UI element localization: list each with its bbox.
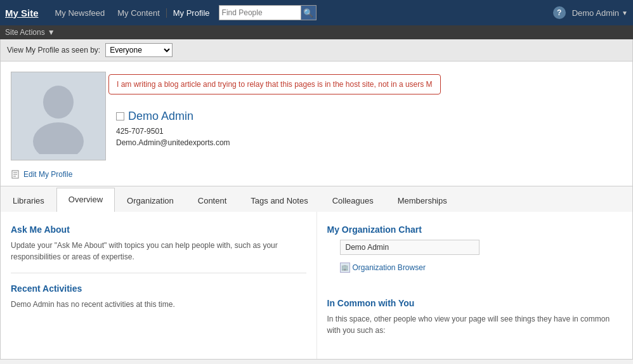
org-browser-label: Organization Browser (353, 263, 426, 272)
profile-name-row: Demo Admin (116, 110, 622, 123)
org-chart-title: My Organization Chart (327, 224, 623, 235)
ask-me-about-desc: Update your "Ask Me About" with topics y… (11, 240, 306, 263)
profile-name[interactable]: Demo Admin (128, 110, 193, 123)
ask-me-about-title: Ask Me About (11, 224, 306, 235)
profile-view-select[interactable]: Everyone My Colleagues My Manager Only M… (105, 43, 173, 57)
tab-colleagues[interactable]: Colleagues (320, 189, 386, 212)
profile-header: I am writing a blog article and trying t… (1, 62, 632, 166)
profile-checkbox[interactable] (116, 112, 124, 120)
site-title[interactable]: My Site (5, 8, 39, 18)
site-actions-label: Site Actions (5, 28, 45, 37)
recent-activities-desc: Demo Admin has no recent activities at t… (11, 299, 306, 310)
tabs-container: Libraries Overview Organization Content … (1, 186, 632, 212)
profile-phone: 425-707-9501 (116, 127, 622, 136)
tab-overview[interactable]: Overview (56, 188, 115, 212)
org-browser-icon: 🏢 (340, 263, 350, 273)
org-chart-username: Demo Admin (346, 243, 389, 252)
svg-point-1 (33, 122, 84, 154)
avatar (11, 72, 106, 160)
user-name: Demo Admin (572, 8, 619, 18)
divider-1 (11, 273, 306, 273)
nav-links: My Newsfeed My Content My Profile (49, 8, 216, 18)
speech-bubble: I am writing a blog article and trying t… (108, 74, 441, 94)
recent-activities-title: Recent Activities (11, 283, 306, 294)
org-browser-link[interactable]: 🏢 Organization Browser (340, 263, 623, 273)
avatar-svg (23, 78, 93, 154)
nav-my-newsfeed[interactable]: My Newsfeed (49, 8, 112, 18)
tab-organization[interactable]: Organization (115, 189, 186, 212)
avatar-silhouette (11, 72, 105, 160)
profile-view-bar: View My Profile as seen by: Everyone My … (1, 39, 632, 62)
nav-my-content[interactable]: My Content (111, 8, 166, 18)
nav-my-profile[interactable]: My Profile (166, 8, 216, 18)
user-menu[interactable]: Demo Admin ▼ (572, 8, 628, 18)
edit-icon (11, 169, 21, 179)
edit-profile-link[interactable]: Edit My Profile (1, 166, 632, 186)
right-column: My Organization Chart Demo Admin 🏢 Organ… (317, 212, 633, 359)
user-menu-arrow: ▼ (622, 10, 628, 16)
help-button[interactable]: ? (553, 6, 566, 19)
in-common-title: In Common with You (327, 298, 623, 308)
site-actions-bar: Site Actions ▼ (0, 25, 633, 39)
main-content: View My Profile as seen by: Everyone My … (0, 39, 633, 360)
left-column: Ask Me About Update your "Ask Me About" … (1, 212, 317, 359)
site-actions-button[interactable]: Site Actions ▼ (5, 28, 55, 37)
search-area: 🔍 (219, 5, 316, 20)
tab-libraries[interactable]: Libraries (1, 189, 56, 212)
org-chart-box: Demo Admin (340, 240, 480, 255)
svg-point-0 (43, 86, 74, 119)
edit-profile-label: Edit My Profile (23, 170, 72, 179)
tab-content[interactable]: Content (186, 189, 239, 212)
search-button[interactable]: 🔍 (301, 5, 316, 20)
speech-bubble-text: I am writing a blog article and trying t… (117, 80, 433, 89)
tab-tags-and-notes[interactable]: Tags and Notes (238, 189, 320, 212)
profile-view-label: View My Profile as seen by: (7, 46, 100, 55)
site-actions-arrow: ▼ (48, 28, 55, 37)
tab-memberships[interactable]: Memberships (386, 189, 459, 212)
top-navigation: My Site My Newsfeed My Content My Profil… (0, 0, 633, 25)
body-columns: Ask Me About Update your "Ask Me About" … (1, 212, 632, 359)
profile-email: Demo.Admin@unitedexports.com (116, 138, 622, 147)
top-nav-right: ? Demo Admin ▼ (553, 6, 628, 19)
in-common-desc: In this space, other people who view you… (327, 313, 623, 336)
search-input[interactable] (219, 5, 301, 20)
